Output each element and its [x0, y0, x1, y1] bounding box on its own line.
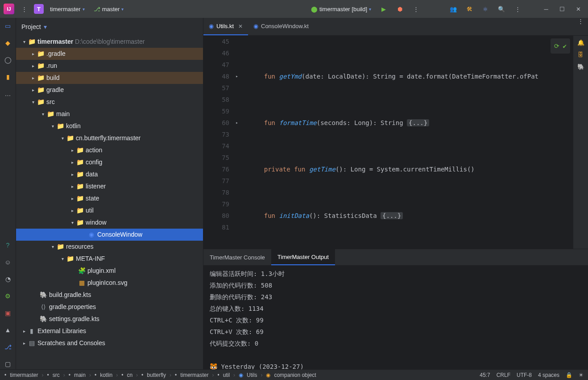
project-panel: Project▾ 📁timermaster D:\code\blog\timer…: [16, 18, 203, 369]
left-tool-stripe: ▭ ◆ ◯ ▮ … ? ☺ ◔ ⚙ ▣ ▲ ⎇ ▢: [0, 18, 16, 369]
db-icon[interactable]: 🗄: [578, 51, 584, 58]
sync-icon[interactable]: ⟳: [554, 40, 559, 52]
cwm-icon[interactable]: 👥: [447, 3, 460, 15]
fold-gutter[interactable]: ▸ ▸: [236, 36, 244, 249]
build-icon[interactable]: 🛠: [463, 3, 476, 15]
breadcrumb[interactable]: •: [4, 372, 6, 378]
project-tree[interactable]: 📁timermaster D:\code\blog\timermaster 📁.…: [16, 36, 203, 369]
profiler-icon[interactable]: ◔: [3, 274, 13, 284]
minimize-icon[interactable]: ─: [540, 3, 552, 15]
notifications-icon[interactable]: 🔔: [577, 39, 584, 46]
tab-menu-icon[interactable]: ⋮: [573, 18, 588, 35]
tab-utils[interactable]: ◉Utils.kt✕: [203, 18, 248, 35]
close-icon[interactable]: ✕: [238, 23, 243, 29]
bookmark-icon[interactable]: ▮: [3, 71, 13, 82]
editor-tabs: ◉Utils.kt✕ ◉ConsoleWindow.kt ⋮: [203, 18, 588, 36]
project-badge[interactable]: T: [34, 4, 44, 14]
search-icon[interactable]: 🔍: [495, 3, 508, 15]
code-editor[interactable]: ⟳ ✔ 4546474857585960737475767778798081 ▸…: [203, 36, 573, 249]
maximize-icon[interactable]: ☐: [556, 3, 568, 15]
output-tab[interactable]: TimerMaster Output: [271, 249, 335, 265]
main-menu-icon[interactable]: ⋮: [18, 3, 30, 15]
problems-icon[interactable]: ▲: [3, 325, 13, 335]
hide-icon[interactable]: ▢: [3, 359, 13, 369]
debug-icon[interactable]: ⬢: [393, 3, 406, 15]
run-config-selector[interactable]: ⬤ timermaster [build]▾: [308, 4, 374, 14]
editor-zone: ◉Utils.kt✕ ◉ConsoleWindow.kt ⋮ ⟳ ✔ 45464…: [203, 18, 588, 369]
project-selector[interactable]: timermaster▾: [47, 4, 87, 14]
gradle-icon: ⬤: [311, 6, 318, 13]
readonly-icon[interactable]: 🔒: [566, 372, 572, 378]
project-panel-header[interactable]: Project▾: [16, 18, 203, 36]
code-area[interactable]: fun getYmd(date: LocalDate): String = da…: [244, 36, 573, 249]
console-tab[interactable]: TimerMaster Console: [203, 249, 271, 265]
git-icon[interactable]: ⎇: [3, 342, 13, 352]
more-tools-icon[interactable]: …: [3, 88, 13, 99]
gradle-elephant-icon[interactable]: 🐘: [577, 63, 584, 70]
services-icon[interactable]: ☺: [3, 257, 13, 267]
more-icon[interactable]: ⋮: [410, 3, 422, 15]
ai-icon[interactable]: ⚛: [479, 3, 492, 15]
caret-position[interactable]: 45:7: [480, 372, 490, 378]
close-icon[interactable]: ✕: [572, 3, 584, 15]
file-encoding[interactable]: UTF-8: [517, 372, 532, 378]
line-gutter: 4546474857585960737475767778798081: [203, 36, 236, 249]
inspect-icon[interactable]: ☀: [579, 372, 584, 378]
console-output[interactable]: 编辑器活跃时间: 1.3小时 添加的代码行数: 508 删除的代码行数: 243…: [203, 265, 588, 369]
structure-icon[interactable]: ◆: [3, 38, 13, 48]
indent-setting[interactable]: 4 spaces: [538, 372, 559, 378]
branch-icon: ⎇: [94, 6, 100, 13]
tab-consolewindow[interactable]: ◉ConsoleWindow.kt: [248, 18, 314, 35]
ide-logo: IJ: [4, 4, 14, 14]
project-tool-icon[interactable]: ▭: [3, 21, 13, 31]
titlebar: IJ ⋮ T timermaster▾ ⎇ master▾ ⬤ timermas…: [0, 0, 588, 18]
line-separator[interactable]: CRLF: [497, 372, 510, 378]
help-icon[interactable]: ?: [3, 240, 13, 251]
right-tool-stripe: 🔔 🗄 🐘: [573, 36, 588, 249]
statusbar: • timermaster› •src› •main› •kotlin› •cn…: [0, 369, 588, 380]
check-icon: ✔: [563, 40, 567, 52]
terminal-icon[interactable]: ▣: [3, 308, 13, 318]
run-icon[interactable]: ▶: [377, 3, 390, 15]
gradle-tool-icon[interactable]: ⚙: [3, 291, 13, 301]
vcs-icon[interactable]: ◯: [3, 54, 13, 65]
branch-selector[interactable]: ⎇ master▾: [91, 4, 127, 14]
tree-selected-item: ◉ConsoleWindow: [16, 229, 203, 241]
bottom-panel: TimerMaster Console TimerMaster Output 编…: [203, 249, 588, 369]
settings-icon[interactable]: ⋮: [511, 3, 524, 15]
